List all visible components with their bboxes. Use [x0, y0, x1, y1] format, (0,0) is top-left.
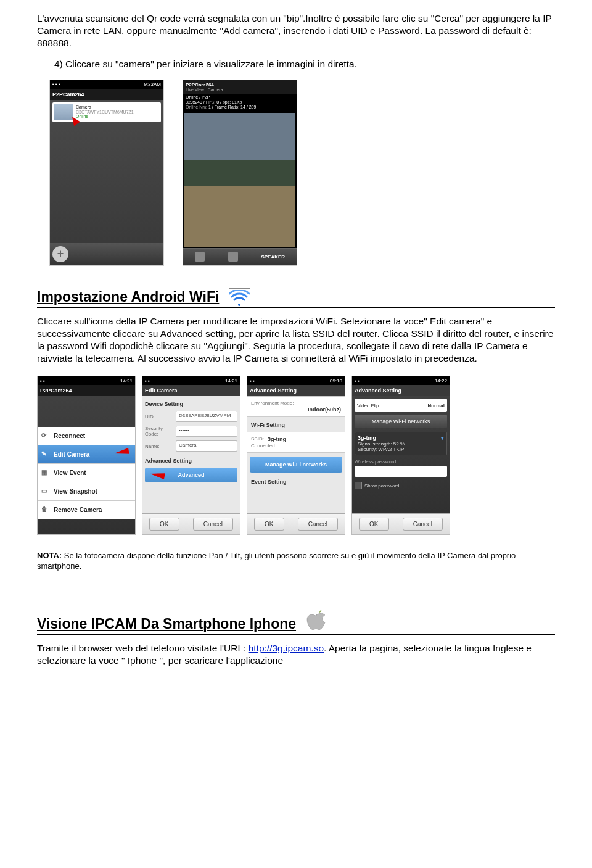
step-4: 4) Cliccare su "camera" per iniziare a v… — [37, 58, 555, 70]
live-feed-image — [184, 113, 295, 247]
menu-edit-camera: ✎ Edit Camera — [38, 445, 135, 464]
screenshot-live-view: P2PCam264 Live View : Camera Online / P2… — [183, 80, 297, 266]
name-field: Camera — [176, 440, 237, 452]
add-camera-button: + — [52, 246, 68, 262]
uid-field: D3S9APEEJ8UZVMPM — [176, 411, 237, 422]
apple-icon — [306, 609, 327, 632]
screenshot-context-menu: ▪ ▪14:21 P2PCam264 ⟳ Reconnect ✎ Edit Ca… — [37, 376, 136, 535]
show-password-checkbox — [355, 482, 362, 489]
screenshot-row-2: ▪ ▪14:21 P2PCam264 ⟳ Reconnect ✎ Edit Ca… — [37, 376, 555, 535]
screenshot-row-1: ▪ ▪ ▪ 9:33AM P2PCam264 Camera C3GTAWFY1C… — [49, 80, 555, 266]
ok-button: OK — [254, 518, 284, 531]
ipcam-link[interactable]: http://3g.ipcam.so — [249, 643, 324, 653]
menu-view-event: ▦ View Event — [38, 464, 135, 482]
advanced-button: Advanced — [145, 468, 237, 482]
trash-icon: 🗑 — [41, 506, 50, 515]
calendar-icon: ▦ — [41, 469, 50, 477]
stream-info: Online / P2P 320x240 / FPS: 0 / bps: 81K… — [183, 94, 297, 112]
speaker-button: SPEAKER — [261, 254, 285, 260]
wifi-paragraph: Cliccare sull'icona della IP Camera per … — [37, 315, 555, 365]
screenshot-advanced-setting: ▪ ▪09:10 Advanced Setting Environment Mo… — [247, 376, 345, 535]
menu-view-snapshot: ▭ View Snapshot — [38, 482, 135, 501]
heading-text: Visione IPCAM Da Smartphone Iphone — [37, 616, 296, 632]
live-controls: SPEAKER — [183, 248, 297, 265]
security-code-field: •••••• — [176, 426, 237, 437]
camera-uid: C3GTAWFY1CUVTM6MU7Z1 — [76, 110, 160, 115]
control-icon — [195, 252, 205, 262]
status-bar: ▪ ▪ ▪ 9:33AM — [50, 80, 163, 89]
cancel-button: Cancel — [193, 518, 233, 531]
wifi-network-item: 3g-ting ▾ Signal strength: 52 % Security… — [355, 432, 447, 455]
screenshot-camera-list: ▪ ▪ ▪ 9:33AM P2PCam264 Camera C3GTAWFY1C… — [49, 80, 164, 266]
manage-wifi-header: Manage Wi-Fi networks — [355, 415, 447, 428]
wifi-icon — [229, 288, 250, 305]
app-title: P2PCam264 Live View : Camera — [183, 80, 297, 94]
intro-paragraph: L'avvenuta scansione del Qr code verrà s… — [37, 12, 555, 49]
screenshot-edit-camera: ▪ ▪14:21 Edit Camera Device Setting UID:… — [142, 376, 240, 535]
red-arrow-annotation — [113, 448, 129, 457]
image-icon: ▭ — [41, 487, 50, 496]
refresh-icon: ⟳ — [41, 432, 50, 440]
manage-wifi-button: Manage Wi-Fi networks — [250, 457, 342, 473]
ok-button: OK — [359, 518, 388, 531]
section-heading-iphone: Visione IPCAM Da Smartphone Iphone — [37, 609, 555, 635]
menu-remove-camera: 🗑 Remove Camera — [38, 501, 135, 519]
pencil-icon: ✎ — [41, 450, 50, 459]
camera-name: Camera — [76, 105, 160, 110]
camera-icon — [228, 252, 238, 262]
section-heading-wifi: Impostazione Android WiFi — [37, 288, 555, 308]
note-paragraph: NOTA: Se la fotocamera dispone della fun… — [37, 551, 555, 572]
heading-text: Impostazione Android WiFi — [37, 289, 219, 305]
menu-reconnect: ⟳ Reconnect — [38, 427, 135, 445]
screenshot-wifi-networks: ▪ ▪14:22 Advanced Setting Video Flip: No… — [352, 376, 450, 535]
camera-row: Camera C3GTAWFY1CUVTM6MU7Z1 Online — [52, 102, 161, 122]
wifi-password-field — [355, 466, 447, 477]
camera-status: Online — [76, 114, 160, 119]
app-title: P2PCam264 — [50, 89, 163, 100]
ok-button: OK — [149, 518, 179, 531]
red-arrow-annotation — [149, 471, 165, 479]
cancel-button: Cancel — [298, 518, 338, 531]
iphone-paragraph: Tramite il browser web del telefono visi… — [37, 642, 555, 667]
cancel-button: Cancel — [403, 518, 443, 531]
